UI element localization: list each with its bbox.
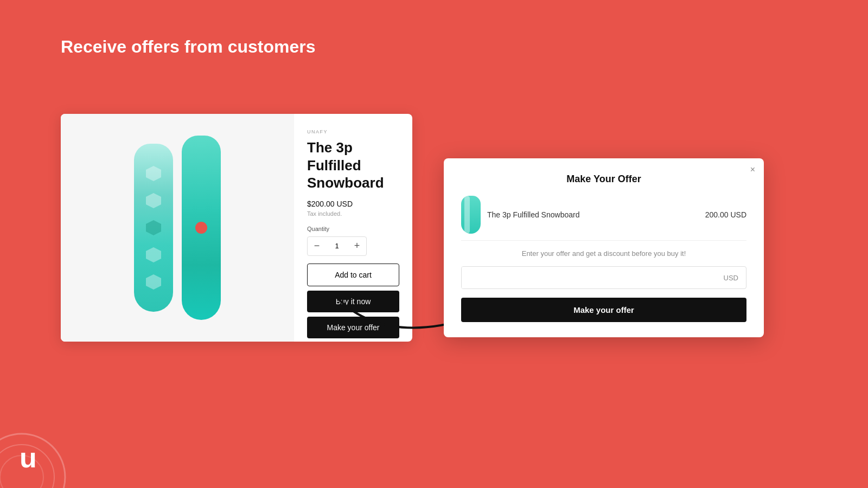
add-to-cart-button[interactable]: Add to cart <box>307 264 399 286</box>
hex-icon-2 <box>146 193 161 208</box>
binding-dot <box>195 222 207 234</box>
quantity-control: − 1 + <box>307 236 367 256</box>
modal-product-row: The 3p Fulfilled Snowboard 200.00 USD <box>461 196 746 241</box>
hex-icon-3 <box>146 220 161 235</box>
modal-product-name: The 3p Fulfilled Snowboard <box>487 210 579 219</box>
quantity-label: Quantity <box>307 226 399 232</box>
modal-product-left: The 3p Fulfilled Snowboard <box>461 196 579 234</box>
hex-icon-1 <box>146 166 161 181</box>
offer-amount-input[interactable] <box>462 267 716 288</box>
modal-submit-button[interactable]: Make your offer <box>461 298 746 322</box>
modal-close-button[interactable]: × <box>750 165 755 175</box>
modal-title: Make Your Offer <box>461 174 746 185</box>
hex-icon-5 <box>146 274 161 290</box>
thumb-stripe <box>464 196 470 234</box>
modal-product-thumbnail <box>461 196 481 234</box>
modal-product-price: 200.00 USD <box>705 210 746 219</box>
product-price: $200.00 USD <box>307 200 399 208</box>
product-title: The 3p Fulfilled Snowboard <box>307 139 399 192</box>
product-images <box>61 114 294 342</box>
snowboard-right-image <box>182 136 221 320</box>
logo-u: u <box>20 444 37 472</box>
snowboard-left-image <box>134 144 173 312</box>
modal-input-row: USD <box>461 266 746 289</box>
currency-label: USD <box>716 274 746 282</box>
hex-icon-4 <box>146 247 161 262</box>
quantity-increase-button[interactable]: + <box>348 237 366 255</box>
brand-label: UNAFY <box>307 129 399 134</box>
offer-modal: × Make Your Offer The 3p Fulfilled Snowb… <box>444 158 764 337</box>
deco-circles <box>0 390 98 488</box>
page-heading: Receive offers from customers <box>61 37 316 57</box>
quantity-decrease-button[interactable]: − <box>308 237 326 255</box>
quantity-value: 1 <box>326 242 348 250</box>
modal-hint: Enter your offer and get a discount befo… <box>461 249 746 258</box>
tax-label: Tax included. <box>307 210 399 217</box>
